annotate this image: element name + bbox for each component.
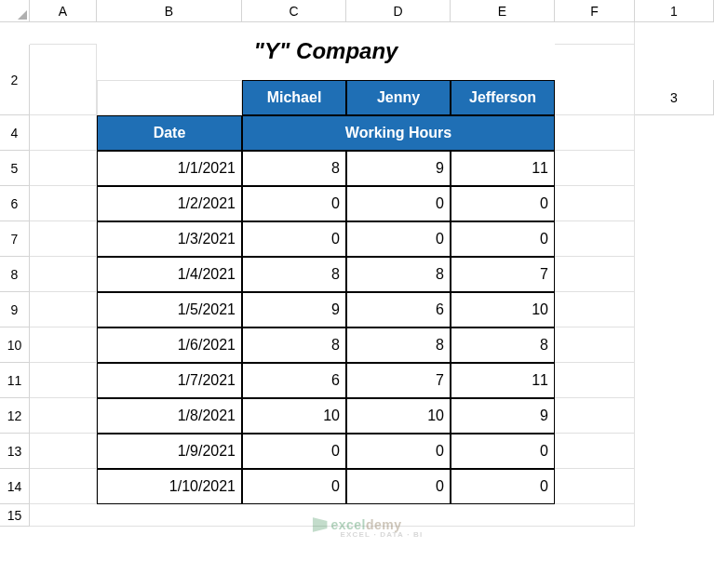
cell-value[interactable]: 0: [242, 434, 346, 469]
row-header-2[interactable]: 2: [0, 45, 30, 115]
row-header-15[interactable]: 15: [0, 504, 30, 527]
cell-value[interactable]: 7: [451, 257, 555, 292]
cell-f10[interactable]: [555, 327, 635, 363]
row-header-7[interactable]: 7: [0, 221, 30, 257]
cell-date[interactable]: 1/3/2021: [97, 221, 242, 257]
cell-a8[interactable]: [30, 257, 97, 292]
cell-value[interactable]: 6: [346, 292, 451, 327]
watermark: exceldemy EXCEL · DATA · BI: [312, 517, 401, 532]
cell-date[interactable]: 1/6/2021: [97, 327, 242, 363]
cell-value[interactable]: 8: [346, 327, 451, 363]
cell-value[interactable]: 0: [346, 221, 451, 257]
cell-value[interactable]: 11: [451, 363, 555, 398]
cell-a14[interactable]: [30, 469, 97, 504]
col-header-d[interactable]: D: [346, 0, 451, 22]
cell-f13[interactable]: [555, 434, 635, 469]
cell-f12[interactable]: [555, 398, 635, 434]
cell-date[interactable]: 1/2/2021: [97, 186, 242, 221]
cell-value[interactable]: 10: [346, 398, 451, 434]
col-header-c[interactable]: C: [242, 0, 346, 22]
col-header-e[interactable]: E: [451, 0, 555, 22]
cell-value[interactable]: 9: [242, 292, 346, 327]
cell-f9[interactable]: [555, 292, 635, 327]
col-header-f[interactable]: F: [555, 0, 635, 22]
cell-a5[interactable]: [30, 151, 97, 186]
cell-a3[interactable]: [30, 80, 97, 115]
row-header-10[interactable]: 10: [0, 327, 30, 363]
spreadsheet-grid: A B C D E F 1 2 "Y" Company 3 Michael Je…: [0, 0, 714, 527]
cell-value[interactable]: 9: [346, 151, 451, 186]
header-jenny[interactable]: Jenny: [346, 80, 451, 115]
cell-value[interactable]: 0: [242, 186, 346, 221]
cell-value[interactable]: 0: [451, 434, 555, 469]
cell-a6[interactable]: [30, 186, 97, 221]
cell-date[interactable]: 1/8/2021: [97, 398, 242, 434]
cell-value[interactable]: 0: [451, 186, 555, 221]
cell-value[interactable]: 8: [242, 327, 346, 363]
select-all-corner[interactable]: [0, 0, 30, 22]
header-jefferson[interactable]: Jefferson: [451, 80, 555, 115]
row-header-14[interactable]: 14: [0, 469, 30, 504]
watermark-sub: EXCEL · DATA · BI: [340, 530, 423, 539]
cell-a9[interactable]: [30, 292, 97, 327]
cell-a4[interactable]: [30, 115, 97, 151]
col-header-b[interactable]: B: [97, 0, 242, 22]
cell-value[interactable]: 8: [242, 151, 346, 186]
cell-f14[interactable]: [555, 469, 635, 504]
cell-value[interactable]: 6: [242, 363, 346, 398]
cell-f7[interactable]: [555, 221, 635, 257]
cell-value[interactable]: 10: [451, 292, 555, 327]
cell-value[interactable]: 0: [242, 221, 346, 257]
cell-a13[interactable]: [30, 434, 97, 469]
row-header-5[interactable]: 5: [0, 151, 30, 186]
cell-value[interactable]: 10: [242, 398, 346, 434]
cell-a12[interactable]: [30, 398, 97, 434]
cell-date[interactable]: 1/1/2021: [97, 151, 242, 186]
row-header-13[interactable]: 13: [0, 434, 30, 469]
cell-date[interactable]: 1/9/2021: [97, 434, 242, 469]
row-header-8[interactable]: 8: [0, 257, 30, 292]
cell-date[interactable]: 1/4/2021: [97, 257, 242, 292]
cell-f11[interactable]: [555, 363, 635, 398]
cell-a11[interactable]: [30, 363, 97, 398]
cell-date[interactable]: 1/7/2021: [97, 363, 242, 398]
cell-value[interactable]: 0: [451, 469, 555, 504]
cell-value[interactable]: 8: [346, 257, 451, 292]
cell-value[interactable]: 0: [346, 469, 451, 504]
cell-value[interactable]: 11: [451, 151, 555, 186]
cell-f4[interactable]: [555, 115, 635, 151]
row-header-3[interactable]: 3: [635, 80, 714, 115]
cell-f3[interactable]: [555, 80, 635, 115]
cell-f6[interactable]: [555, 186, 635, 221]
row-header-11[interactable]: 11: [0, 363, 30, 398]
row-header-1[interactable]: 1: [635, 0, 714, 22]
cell-value[interactable]: 7: [346, 363, 451, 398]
cell-value[interactable]: 8: [451, 327, 555, 363]
cell-b3[interactable]: [97, 80, 242, 115]
row-header-12[interactable]: 12: [0, 398, 30, 434]
watermark-icon: [312, 517, 327, 532]
header-michael[interactable]: Michael: [242, 80, 346, 115]
cell-value[interactable]: 0: [346, 434, 451, 469]
cell-f5[interactable]: [555, 151, 635, 186]
cell-date[interactable]: 1/10/2021: [97, 469, 242, 504]
cell-date[interactable]: 1/5/2021: [97, 292, 242, 327]
header-date[interactable]: Date: [97, 115, 242, 151]
cell-a7[interactable]: [30, 221, 97, 257]
header-working-hours[interactable]: Working Hours: [242, 115, 555, 151]
cell-value[interactable]: 9: [451, 398, 555, 434]
cell-value[interactable]: 0: [242, 469, 346, 504]
cell-f8[interactable]: [555, 257, 635, 292]
cell-a10[interactable]: [30, 327, 97, 363]
row-header-4[interactable]: 4: [0, 115, 30, 151]
cell-value[interactable]: 8: [242, 257, 346, 292]
row-header-6[interactable]: 6: [0, 186, 30, 221]
row-header-9[interactable]: 9: [0, 292, 30, 327]
title-cell[interactable]: "Y" Company: [97, 22, 555, 80]
cell-value[interactable]: 0: [451, 221, 555, 257]
cell-value[interactable]: 0: [346, 186, 451, 221]
col-header-a[interactable]: A: [30, 0, 97, 22]
